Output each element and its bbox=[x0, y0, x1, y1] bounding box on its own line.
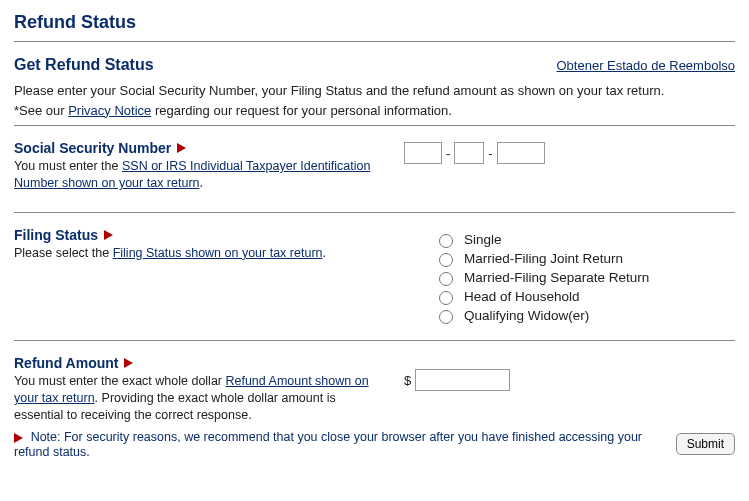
privacy-suffix: regarding our request for your personal … bbox=[151, 103, 452, 118]
radio-input[interactable] bbox=[439, 253, 453, 267]
ssn-input-2[interactable] bbox=[454, 142, 484, 164]
divider bbox=[14, 340, 735, 341]
intro-text: Please enter your Social Security Number… bbox=[14, 82, 735, 100]
radio-label: Head of Household bbox=[464, 289, 580, 304]
divider bbox=[14, 212, 735, 213]
page-title: Refund Status bbox=[14, 12, 735, 33]
section-title: Get Refund Status bbox=[14, 56, 154, 74]
note-text: For security reasons, we recommend that … bbox=[14, 430, 642, 459]
radio-input[interactable] bbox=[439, 291, 453, 305]
radio-input[interactable] bbox=[439, 310, 453, 324]
divider bbox=[14, 125, 735, 126]
privacy-text: *See our Privacy Notice regarding our re… bbox=[14, 102, 735, 120]
required-icon bbox=[124, 358, 133, 368]
ssn-input-3[interactable] bbox=[497, 142, 545, 164]
divider bbox=[14, 41, 735, 42]
radio-label: Married-Filing Separate Return bbox=[464, 270, 649, 285]
ssn-separator: - bbox=[446, 146, 450, 161]
refund-amount-help-prefix: You must enter the exact whole dollar bbox=[14, 374, 225, 388]
privacy-prefix: *See our bbox=[14, 103, 68, 118]
required-icon bbox=[104, 230, 113, 240]
note-icon bbox=[14, 433, 23, 443]
ssn-label: Social Security Number bbox=[14, 140, 171, 156]
filing-status-section: Filing Status Please select the Filing S… bbox=[14, 227, 735, 326]
filing-status-help-prefix: Please select the bbox=[14, 246, 113, 260]
currency-symbol: $ bbox=[404, 372, 411, 387]
note-label: Note: bbox=[31, 430, 61, 444]
required-icon bbox=[177, 143, 186, 153]
radio-label: Single bbox=[464, 232, 502, 247]
ssn-input-1[interactable] bbox=[404, 142, 442, 164]
filing-status-help-suffix: . bbox=[323, 246, 326, 260]
refund-amount-label: Refund Amount bbox=[14, 355, 118, 371]
refund-amount-input[interactable] bbox=[415, 369, 510, 391]
filing-status-help-link[interactable]: Filing Status shown on your tax return bbox=[113, 246, 323, 260]
submit-button[interactable]: Submit bbox=[676, 433, 735, 455]
filing-status-option-hoh[interactable]: Head of Household bbox=[434, 288, 735, 305]
radio-input[interactable] bbox=[439, 234, 453, 248]
ssn-section: Social Security Number You must enter th… bbox=[14, 140, 735, 192]
ssn-help-suffix: . bbox=[200, 176, 203, 190]
filing-status-option-qw[interactable]: Qualifying Widow(er) bbox=[434, 307, 735, 324]
filing-status-option-mfj[interactable]: Married-Filing Joint Return bbox=[434, 250, 735, 267]
filing-status-option-single[interactable]: Single bbox=[434, 231, 735, 248]
ssn-separator: - bbox=[488, 146, 492, 161]
alt-language-link[interactable]: Obtener Estado de Reembolso bbox=[557, 58, 736, 73]
radio-label: Married-Filing Joint Return bbox=[464, 251, 623, 266]
filing-status-label: Filing Status bbox=[14, 227, 98, 243]
filing-status-option-mfs[interactable]: Married-Filing Separate Return bbox=[434, 269, 735, 286]
ssn-input-group: -- bbox=[404, 142, 735, 164]
radio-label: Qualifying Widow(er) bbox=[464, 308, 589, 323]
ssn-help-prefix: You must enter the bbox=[14, 159, 122, 173]
radio-input[interactable] bbox=[439, 272, 453, 286]
privacy-notice-link[interactable]: Privacy Notice bbox=[68, 103, 151, 118]
refund-amount-section: Refund Amount You must enter the exact w… bbox=[14, 355, 735, 424]
